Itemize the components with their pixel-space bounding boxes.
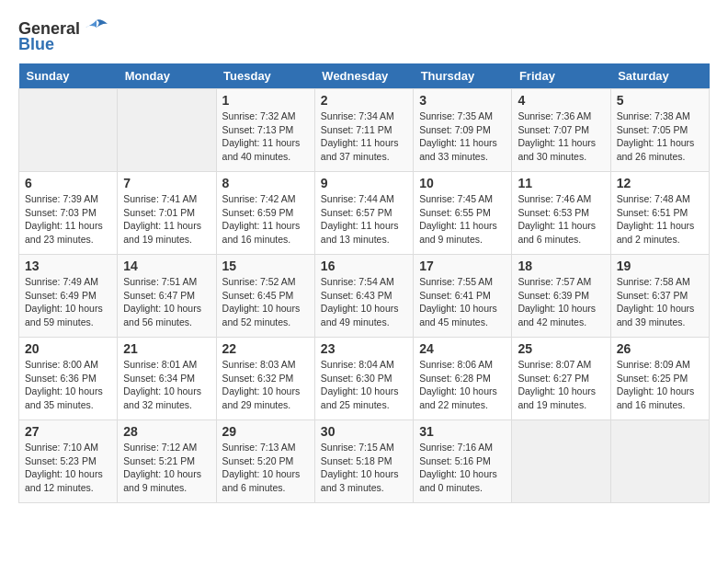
logo-blue: Blue <box>18 35 54 54</box>
day-info-28: Sunrise: 7:12 AM Sunset: 5:21 PM Dayligh… <box>123 441 210 495</box>
day-cell-28: 28Sunrise: 7:12 AM Sunset: 5:21 PM Dayli… <box>118 420 216 503</box>
day-number-8: 8 <box>222 176 309 190</box>
week-row-3: 13Sunrise: 7:49 AM Sunset: 6:49 PM Dayli… <box>19 255 710 338</box>
day-number-3: 3 <box>419 93 506 108</box>
day-number-28: 28 <box>123 424 210 439</box>
day-number-25: 25 <box>518 341 604 356</box>
day-cell-14: 14Sunrise: 7:51 AM Sunset: 6:47 PM Dayli… <box>118 255 216 338</box>
day-number-11: 11 <box>518 176 604 190</box>
day-info-17: Sunrise: 7:55 AM Sunset: 6:41 PM Dayligh… <box>419 275 506 329</box>
day-number-4: 4 <box>518 93 604 108</box>
day-number-24: 24 <box>419 341 506 356</box>
day-info-1: Sunrise: 7:32 AM Sunset: 7:13 PM Dayligh… <box>222 109 309 164</box>
day-number-31: 31 <box>419 424 506 439</box>
day-info-20: Sunrise: 8:00 AM Sunset: 6:36 PM Dayligh… <box>25 358 111 412</box>
day-info-18: Sunrise: 7:57 AM Sunset: 6:39 PM Dayligh… <box>518 275 604 329</box>
day-info-30: Sunrise: 7:15 AM Sunset: 5:18 PM Dayligh… <box>321 441 407 495</box>
day-number-27: 27 <box>25 424 111 439</box>
day-cell-16: 16Sunrise: 7:54 AM Sunset: 6:43 PM Dayli… <box>314 255 413 338</box>
header: General Blue <box>18 18 710 54</box>
day-cell-6: 6Sunrise: 7:39 AM Sunset: 7:03 PM Daylig… <box>19 172 118 255</box>
empty-cell <box>610 420 709 503</box>
empty-cell <box>19 89 118 172</box>
day-info-4: Sunrise: 7:36 AM Sunset: 7:07 PM Dayligh… <box>518 109 604 164</box>
day-cell-23: 23Sunrise: 8:04 AM Sunset: 6:30 PM Dayli… <box>314 338 413 420</box>
day-number-17: 17 <box>419 259 506 273</box>
day-info-19: Sunrise: 7:58 AM Sunset: 6:37 PM Dayligh… <box>617 275 703 329</box>
day-info-31: Sunrise: 7:16 AM Sunset: 5:16 PM Dayligh… <box>419 441 506 495</box>
day-cell-5: 5Sunrise: 7:38 AM Sunset: 7:05 PM Daylig… <box>610 89 709 172</box>
day-cell-8: 8Sunrise: 7:42 AM Sunset: 6:59 PM Daylig… <box>216 172 314 255</box>
header-wednesday: Wednesday <box>314 63 413 89</box>
day-number-10: 10 <box>419 176 506 190</box>
day-cell-27: 27Sunrise: 7:10 AM Sunset: 5:23 PM Dayli… <box>19 420 118 503</box>
day-info-12: Sunrise: 7:48 AM Sunset: 6:51 PM Dayligh… <box>617 192 703 247</box>
day-cell-13: 13Sunrise: 7:49 AM Sunset: 6:49 PM Dayli… <box>19 255 118 338</box>
day-cell-15: 15Sunrise: 7:52 AM Sunset: 6:45 PM Dayli… <box>216 255 314 338</box>
day-number-2: 2 <box>321 93 407 108</box>
day-number-14: 14 <box>123 259 210 273</box>
day-cell-24: 24Sunrise: 8:06 AM Sunset: 6:28 PM Dayli… <box>414 338 512 420</box>
day-cell-26: 26Sunrise: 8:09 AM Sunset: 6:25 PM Dayli… <box>610 338 709 420</box>
day-number-29: 29 <box>222 424 309 439</box>
calendar-header-row: SundayMondayTuesdayWednesdayThursdayFrid… <box>19 63 710 89</box>
day-info-23: Sunrise: 8:04 AM Sunset: 6:30 PM Dayligh… <box>321 358 407 412</box>
day-info-15: Sunrise: 7:52 AM Sunset: 6:45 PM Dayligh… <box>222 275 309 329</box>
day-cell-4: 4Sunrise: 7:36 AM Sunset: 7:07 PM Daylig… <box>512 89 610 172</box>
day-number-1: 1 <box>222 93 309 108</box>
day-number-30: 30 <box>321 424 407 439</box>
day-cell-1: 1Sunrise: 7:32 AM Sunset: 7:13 PM Daylig… <box>216 89 314 172</box>
day-cell-29: 29Sunrise: 7:13 AM Sunset: 5:20 PM Dayli… <box>216 420 314 503</box>
day-info-8: Sunrise: 7:42 AM Sunset: 6:59 PM Dayligh… <box>222 192 309 247</box>
day-info-11: Sunrise: 7:46 AM Sunset: 6:53 PM Dayligh… <box>518 192 604 247</box>
week-row-2: 6Sunrise: 7:39 AM Sunset: 7:03 PM Daylig… <box>19 172 710 255</box>
day-info-7: Sunrise: 7:41 AM Sunset: 7:01 PM Dayligh… <box>123 192 210 247</box>
day-number-18: 18 <box>518 259 604 273</box>
day-cell-7: 7Sunrise: 7:41 AM Sunset: 7:01 PM Daylig… <box>118 172 216 255</box>
header-friday: Friday <box>512 63 610 89</box>
day-info-10: Sunrise: 7:45 AM Sunset: 6:55 PM Dayligh… <box>419 192 506 247</box>
day-cell-18: 18Sunrise: 7:57 AM Sunset: 6:39 PM Dayli… <box>512 255 610 338</box>
header-tuesday: Tuesday <box>216 63 314 89</box>
day-info-13: Sunrise: 7:49 AM Sunset: 6:49 PM Dayligh… <box>25 275 111 329</box>
day-info-3: Sunrise: 7:35 AM Sunset: 7:09 PM Dayligh… <box>419 109 506 164</box>
day-cell-11: 11Sunrise: 7:46 AM Sunset: 6:53 PM Dayli… <box>512 172 610 255</box>
day-info-14: Sunrise: 7:51 AM Sunset: 6:47 PM Dayligh… <box>123 275 210 329</box>
week-row-4: 20Sunrise: 8:00 AM Sunset: 6:36 PM Dayli… <box>19 338 710 420</box>
day-info-26: Sunrise: 8:09 AM Sunset: 6:25 PM Dayligh… <box>617 358 703 412</box>
day-info-24: Sunrise: 8:06 AM Sunset: 6:28 PM Dayligh… <box>419 358 506 412</box>
day-cell-9: 9Sunrise: 7:44 AM Sunset: 6:57 PM Daylig… <box>314 172 413 255</box>
week-row-1: 1Sunrise: 7:32 AM Sunset: 7:13 PM Daylig… <box>19 89 710 172</box>
day-info-22: Sunrise: 8:03 AM Sunset: 6:32 PM Dayligh… <box>222 358 309 412</box>
day-cell-10: 10Sunrise: 7:45 AM Sunset: 6:55 PM Dayli… <box>414 172 512 255</box>
day-number-21: 21 <box>123 341 210 356</box>
day-number-19: 19 <box>617 259 703 273</box>
logo: General Blue <box>18 18 109 54</box>
empty-cell <box>118 89 216 172</box>
day-info-16: Sunrise: 7:54 AM Sunset: 6:43 PM Dayligh… <box>321 275 407 329</box>
header-thursday: Thursday <box>414 63 512 89</box>
day-cell-2: 2Sunrise: 7:34 AM Sunset: 7:11 PM Daylig… <box>314 89 413 172</box>
day-info-9: Sunrise: 7:44 AM Sunset: 6:57 PM Dayligh… <box>321 192 407 247</box>
calendar-table: SundayMondayTuesdayWednesdayThursdayFrid… <box>18 63 710 503</box>
day-info-5: Sunrise: 7:38 AM Sunset: 7:05 PM Dayligh… <box>617 109 703 164</box>
day-number-13: 13 <box>25 259 111 273</box>
day-cell-30: 30Sunrise: 7:15 AM Sunset: 5:18 PM Dayli… <box>314 420 413 503</box>
day-info-6: Sunrise: 7:39 AM Sunset: 7:03 PM Dayligh… <box>25 192 111 247</box>
day-number-22: 22 <box>222 341 309 356</box>
day-info-27: Sunrise: 7:10 AM Sunset: 5:23 PM Dayligh… <box>25 441 111 495</box>
day-cell-12: 12Sunrise: 7:48 AM Sunset: 6:51 PM Dayli… <box>610 172 709 255</box>
day-cell-20: 20Sunrise: 8:00 AM Sunset: 6:36 PM Dayli… <box>19 338 118 420</box>
day-number-6: 6 <box>25 176 111 190</box>
day-info-2: Sunrise: 7:34 AM Sunset: 7:11 PM Dayligh… <box>321 109 407 164</box>
day-cell-17: 17Sunrise: 7:55 AM Sunset: 6:41 PM Dayli… <box>414 255 512 338</box>
day-info-29: Sunrise: 7:13 AM Sunset: 5:20 PM Dayligh… <box>222 441 309 495</box>
day-number-23: 23 <box>321 341 407 356</box>
day-info-21: Sunrise: 8:01 AM Sunset: 6:34 PM Dayligh… <box>123 358 210 412</box>
header-saturday: Saturday <box>610 63 709 89</box>
day-number-5: 5 <box>617 93 703 108</box>
day-number-26: 26 <box>617 341 703 356</box>
day-number-9: 9 <box>321 176 407 190</box>
day-cell-22: 22Sunrise: 8:03 AM Sunset: 6:32 PM Dayli… <box>216 338 314 420</box>
logo-bird-icon <box>84 18 109 39</box>
